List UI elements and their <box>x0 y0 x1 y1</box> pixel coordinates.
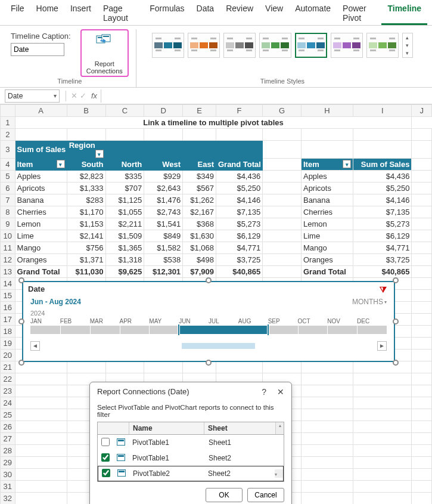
grand-total-cell[interactable]: $12,301 <box>144 266 183 278</box>
row-header[interactable]: 10 <box>1 230 15 242</box>
tab-review[interactable]: Review <box>220 1 259 25</box>
pivot-cell[interactable]: $1,371 <box>67 254 105 266</box>
row-header[interactable]: 27 <box>1 433 15 445</box>
row-header[interactable]: 6 <box>1 183 15 194</box>
pivot2-item[interactable]: Mango <box>301 242 353 254</box>
pivot2-grand-total-label[interactable]: Grand Total <box>301 266 353 278</box>
row-header[interactable]: 13 <box>1 266 15 278</box>
pivot-row-field[interactable]: Item▾ <box>15 159 67 171</box>
col-header[interactable]: A <box>15 105 67 117</box>
clear-filter-icon[interactable]: ⧩ <box>380 285 389 294</box>
pivot-cell[interactable]: $567 <box>183 183 216 194</box>
formula-input[interactable] <box>101 89 432 103</box>
pivot2-item[interactable]: Lemon <box>301 218 353 230</box>
pivot2-item[interactable]: Banana <box>301 194 353 206</box>
row-header[interactable]: 29 <box>1 457 15 469</box>
pivot-cell[interactable]: $1,333 <box>67 183 105 194</box>
pivot2-value[interactable]: $3,725 <box>353 254 412 266</box>
row-header[interactable]: 16 <box>1 302 15 314</box>
grand-total-cell[interactable]: $9,625 <box>105 266 144 278</box>
timeline-style-thumb[interactable] <box>331 33 363 58</box>
timeline-slicer[interactable]: Date ⧩ Jun - Aug 2024 MONTHS ▾ 2024 JANF… <box>18 277 399 366</box>
col-header[interactable]: F <box>216 105 262 117</box>
grand-total-cell[interactable]: $7,909 <box>183 266 216 278</box>
resize-handle[interactable] <box>393 360 399 366</box>
row-header[interactable]: 23 <box>1 385 15 397</box>
cancel-icon[interactable]: ✕ <box>71 91 77 100</box>
pivot2-value[interactable]: $7,135 <box>353 206 412 218</box>
pivot-cell[interactable]: $6,129 <box>216 230 262 242</box>
col-header[interactable]: G <box>263 105 302 117</box>
grand-total-label[interactable]: Grand Total <box>15 266 67 278</box>
timeline-grip-right[interactable] <box>267 324 269 336</box>
dialog-row[interactable]: PivotTable2Sheet2▾ <box>98 466 284 481</box>
resize-handle[interactable] <box>18 319 24 324</box>
pivot-cell[interactable]: $1,068 <box>183 242 216 254</box>
pivot2-item[interactable]: Lime <box>301 230 353 242</box>
resize-handle[interactable] <box>206 277 212 283</box>
pivot-row-item[interactable]: Apricots <box>15 183 67 194</box>
row-header[interactable]: 31 <box>1 481 15 493</box>
tab-home[interactable]: Home <box>30 1 64 25</box>
row-header[interactable]: 2 <box>1 129 15 141</box>
row-header[interactable]: 1 <box>1 117 15 129</box>
pivot-cell[interactable]: $2,643 <box>144 183 183 194</box>
pivot-cell[interactable]: $5,250 <box>216 183 262 194</box>
pivot-row-item[interactable]: Lemon <box>15 218 67 230</box>
col-header[interactable]: H <box>301 105 353 117</box>
resize-handle[interactable] <box>393 319 399 324</box>
pivot-cell[interactable]: $368 <box>183 218 216 230</box>
dialog-row[interactable]: PivotTable1Sheet2 <box>98 450 284 466</box>
pivot2-item[interactable]: Cherries <box>301 206 353 218</box>
close-icon[interactable]: ✕ <box>277 387 284 397</box>
pivot-row-item[interactable]: Mango <box>15 242 67 254</box>
row-header[interactable]: 22 <box>1 373 15 385</box>
pivot-cell[interactable]: $349 <box>183 171 216 183</box>
pivot-cell[interactable]: $3,725 <box>216 254 262 266</box>
pivot-cell[interactable]: $498 <box>183 254 216 266</box>
pivot-cell[interactable]: $2,743 <box>144 206 183 218</box>
styles-more-button[interactable]: ▴▾▾ <box>402 33 413 58</box>
pivot2-value[interactable]: $4,436 <box>353 171 412 183</box>
tab-view[interactable]: View <box>259 1 289 25</box>
tab-formulas[interactable]: Formulas <box>144 1 190 25</box>
row-header[interactable]: 25 <box>1 409 15 421</box>
row-header[interactable]: 18 <box>1 326 15 338</box>
help-icon[interactable]: ? <box>262 387 266 397</box>
row-header[interactable]: 9 <box>1 218 15 230</box>
timeline-style-thumb[interactable] <box>152 33 184 58</box>
enter-icon[interactable]: ✓ <box>80 91 86 100</box>
dialog-row[interactable]: PivotTable1Sheet1 <box>98 435 284 450</box>
col-header[interactable]: C <box>105 105 144 117</box>
pivot2-item[interactable]: Apricots <box>301 183 353 194</box>
pivot-cell[interactable]: $4,436 <box>216 171 262 183</box>
pivot-cell[interactable]: $7,135 <box>216 206 262 218</box>
pivot-cell[interactable]: $1,055 <box>105 206 144 218</box>
pivot-row-item[interactable]: Oranges <box>15 254 67 266</box>
pivot-cell[interactable]: $2,211 <box>105 218 144 230</box>
row-header[interactable]: 7 <box>1 194 15 206</box>
pivot-row-item[interactable]: Cherries <box>15 206 67 218</box>
pivot-cell[interactable]: $1,476 <box>144 194 183 206</box>
row-header[interactable]: 11 <box>1 242 15 254</box>
row-header[interactable]: 5 <box>1 171 15 183</box>
row-header[interactable]: 8 <box>1 206 15 218</box>
timeline-style-thumb[interactable] <box>188 33 220 58</box>
tab-page-layout[interactable]: Page Layout <box>97 1 144 25</box>
scroll-right-icon[interactable]: ► <box>377 341 387 351</box>
pivot-cell[interactable]: $2,167 <box>183 206 216 218</box>
row-header[interactable]: 20 <box>1 350 15 361</box>
timeline-bar[interactable] <box>30 326 387 334</box>
pivot-cell[interactable]: $538 <box>144 254 183 266</box>
timeline-style-thumb[interactable] <box>223 33 256 58</box>
pivot-cell[interactable]: $1,170 <box>67 206 105 218</box>
tab-power-pivot[interactable]: Power Pivot <box>337 1 381 25</box>
pivot2-value[interactable]: $4,146 <box>353 194 412 206</box>
timeline-style-thumb[interactable] <box>259 33 291 58</box>
scrollbar-track[interactable]: ▾ <box>275 469 283 478</box>
pivot-col-label[interactable]: Grand Total <box>216 159 262 171</box>
col-header[interactable]: J <box>412 105 432 117</box>
resize-handle[interactable] <box>393 277 399 283</box>
pivot2-row-field[interactable]: Item ▾ <box>301 159 353 171</box>
pivot-cell[interactable]: $283 <box>67 194 105 206</box>
